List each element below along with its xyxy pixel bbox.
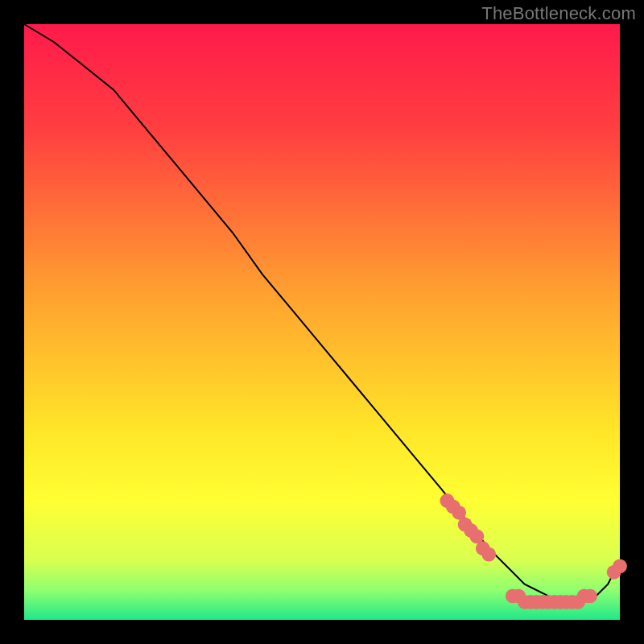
data-point	[481, 547, 496, 562]
gradient-background	[24, 24, 620, 620]
data-point	[583, 589, 597, 604]
plot-area	[24, 24, 620, 620]
plot-svg	[24, 24, 620, 620]
watermark-text: TheBottleneck.com	[481, 3, 636, 24]
chart-container: TheBottleneck.com	[0, 0, 644, 644]
data-point	[613, 559, 627, 574]
